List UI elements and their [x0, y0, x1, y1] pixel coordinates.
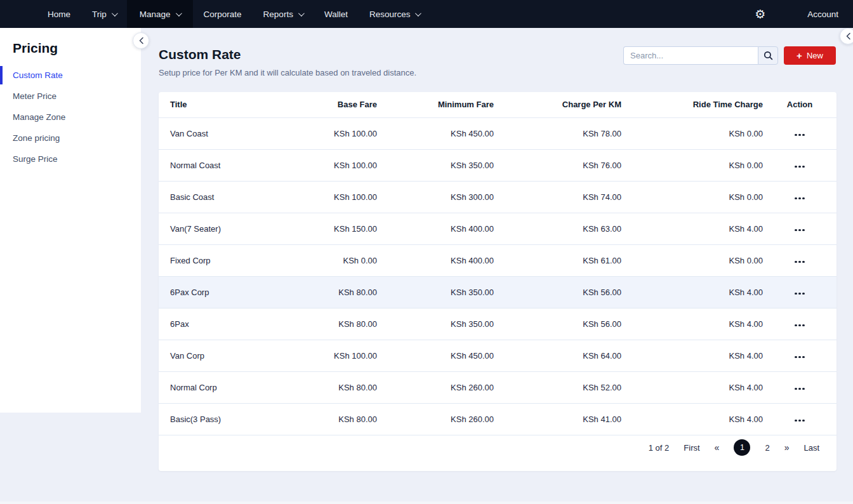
row-actions-button[interactable] [792, 227, 807, 234]
cell-charge-per-km: KSh 61.00 [494, 244, 621, 276]
pagination: 1 of 2 First « 1 2 » Last [649, 435, 819, 460]
row-actions-button[interactable] [792, 290, 807, 298]
magnifier-icon [764, 51, 773, 60]
nav-item-resources[interactable]: Resources [359, 0, 431, 28]
sidebar-item-surge-price[interactable]: Surge Price [0, 149, 141, 169]
table-row[interactable]: Normal Coast KSh 100.00 KSh 350.00 KSh 7… [159, 149, 836, 181]
nav-item-label: Resources [369, 10, 411, 19]
ellipsis-icon [798, 324, 801, 327]
cell-action [763, 403, 836, 435]
row-actions-button[interactable] [792, 163, 807, 171]
chevron-left-icon [845, 32, 851, 40]
sidebar-collapse-button[interactable] [133, 32, 149, 49]
cell-action [763, 117, 836, 149]
ellipsis-icon [795, 356, 797, 359]
sidebar-item-manage-zone[interactable]: Manage Zone [0, 107, 141, 128]
sidebar-item-zone-pricing[interactable]: Zone pricing [0, 128, 141, 149]
sidebar-item-label: Manage Zone [13, 112, 65, 122]
chevron-down-icon [176, 10, 182, 17]
cell-ride-time-charge: KSh 4.00 [621, 403, 763, 435]
table-row[interactable]: 6Pax Corp KSh 80.00 KSh 350.00 KSh 56.00… [159, 276, 836, 308]
new-rate-button-label: New [807, 51, 823, 60]
nav-item-label: Home [48, 10, 70, 19]
row-actions-button[interactable] [792, 322, 807, 329]
table-row[interactable]: Van Corp KSh 100.00 KSh 450.00 KSh 64.00… [159, 340, 836, 371]
table-row[interactable]: Van Coast KSh 100.00 KSh 450.00 KSh 78.0… [159, 117, 836, 149]
nav-item-manage[interactable]: Manage [127, 0, 193, 28]
search-input[interactable] [623, 46, 758, 65]
pagination-first-button[interactable]: First [684, 443, 699, 453]
pricing-sidebar: Pricing Custom Rate Meter Price Manage Z… [0, 28, 141, 413]
nav-item-label: Corporate [204, 10, 242, 19]
chevron-down-icon [112, 10, 118, 17]
sidebar-item-meter-price[interactable]: Meter Price [0, 86, 141, 107]
ellipsis-icon [802, 197, 805, 200]
row-actions-button[interactable] [792, 258, 807, 266]
cell-action [763, 276, 836, 308]
pagination-prev-button[interactable]: « [715, 442, 720, 453]
nav-item-trip[interactable]: Trip [81, 0, 127, 28]
pagination-next-button[interactable]: » [784, 442, 790, 453]
cell-minimum-fare: KSh 400.00 [377, 244, 494, 276]
row-actions-button[interactable] [792, 131, 807, 139]
cell-base-fare: KSh 80.00 [291, 308, 377, 340]
cell-ride-time-charge: KSh 4.00 [621, 276, 763, 308]
nav-item-reports[interactable]: Reports [253, 0, 314, 28]
gear-icon[interactable]: ⚙ [755, 8, 765, 20]
page-title: Custom Rate [159, 47, 241, 62]
sidebar-title: Pricing [0, 28, 141, 65]
ellipsis-icon [802, 420, 805, 422]
row-actions-button[interactable] [792, 195, 807, 202]
ellipsis-icon [795, 293, 797, 295]
ellipsis-icon [795, 229, 797, 232]
row-actions-button[interactable] [792, 354, 807, 361]
row-actions-button[interactable] [792, 417, 807, 425]
sidebar-item-custom-rate[interactable]: Custom Rate [0, 65, 141, 86]
cell-base-fare: KSh 80.00 [291, 403, 377, 435]
cell-title: 6Pax Corp [159, 276, 291, 308]
table-row[interactable]: Normal Corp KSh 80.00 KSh 260.00 KSh 52.… [159, 371, 836, 403]
chevron-left-icon [138, 37, 144, 44]
table-row[interactable]: Fixed Corp KSh 0.00 KSh 400.00 KSh 61.00… [159, 244, 836, 276]
table-row[interactable]: Basic(3 Pass) KSh 80.00 KSh 260.00 KSh 4… [159, 403, 836, 435]
table-header-row: Title Base Fare Minimum Fare Charge Per … [159, 92, 836, 117]
cell-action [763, 244, 836, 276]
pagination-page-1-active[interactable]: 1 [734, 439, 750, 456]
cell-base-fare: KSh 150.00 [291, 213, 377, 244]
nav-item-corporate[interactable]: Corporate [193, 0, 253, 28]
table-row[interactable]: Basic Coast KSh 100.00 KSh 300.00 KSh 74… [159, 181, 836, 213]
cell-base-fare: KSh 80.00 [291, 276, 377, 308]
cell-action [763, 149, 836, 181]
search-group [623, 46, 778, 65]
ellipsis-icon [795, 261, 797, 263]
pagination-last-button[interactable]: Last [803, 443, 819, 453]
nav-item-wallet[interactable]: Wallet [314, 0, 359, 28]
ellipsis-icon [798, 293, 801, 295]
cell-charge-per-km: KSh 56.00 [494, 276, 621, 308]
column-header-minimum-fare: Minimum Fare [377, 92, 494, 117]
custom-rate-table-panel: Title Base Fare Minimum Fare Charge Per … [159, 92, 836, 471]
chevron-down-icon [298, 10, 305, 17]
sidebar-item-label: Zone pricing [13, 133, 60, 143]
search-button[interactable] [758, 46, 778, 65]
column-header-title: Title [159, 92, 291, 117]
table-row[interactable]: 6Pax KSh 80.00 KSh 350.00 KSh 56.00 KSh … [159, 308, 836, 340]
new-rate-button[interactable]: + New [784, 46, 836, 65]
cell-base-fare: KSh 100.00 [291, 181, 377, 213]
cell-ride-time-charge: KSh 0.00 [621, 181, 763, 213]
account-menu[interactable]: Account [807, 10, 838, 19]
panel-collapse-button[interactable] [840, 28, 853, 44]
nav-item-home[interactable]: Home [37, 0, 81, 28]
row-actions-button[interactable] [792, 385, 807, 393]
pagination-summary: 1 of 2 [649, 443, 670, 453]
cell-title: Van(7 Seater) [159, 213, 291, 244]
pagination-page-2[interactable]: 2 [765, 443, 769, 453]
bottom-scroll-strip [0, 501, 853, 504]
cell-minimum-fare: KSh 400.00 [377, 213, 494, 244]
cell-title: Van Corp [159, 340, 291, 371]
cell-ride-time-charge: KSh 0.00 [621, 244, 763, 276]
ellipsis-icon [795, 420, 797, 422]
table-row[interactable]: Van(7 Seater) KSh 150.00 KSh 400.00 KSh … [159, 213, 836, 244]
cell-title: Normal Coast [159, 149, 291, 181]
cell-minimum-fare: KSh 350.00 [377, 276, 494, 308]
